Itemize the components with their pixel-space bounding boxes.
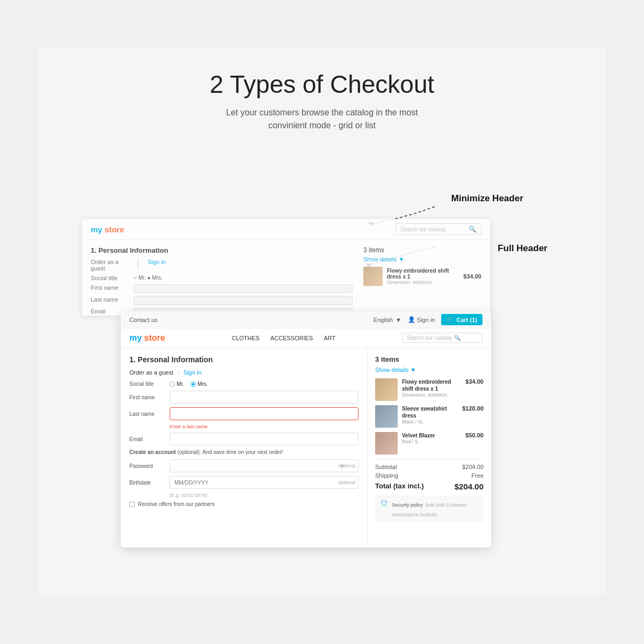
behind-left: 1. Personal Information Order as a guest… bbox=[91, 246, 353, 316]
guest-bar: Order as a guest | Sign in bbox=[129, 369, 358, 376]
email-input[interactable] bbox=[170, 433, 358, 445]
nav-link-clothes[interactable]: CLOTHES bbox=[232, 335, 260, 341]
order-summary: 3 items Show details ▼ Flowy embroidered… bbox=[368, 348, 491, 546]
cart-button[interactable]: 🛒 Cart (1) bbox=[441, 314, 482, 325]
behind-right: 3 items Show details ▼ Flowy embroidered… bbox=[363, 246, 481, 316]
shield-icon: 🛡 bbox=[380, 499, 388, 508]
outer-container: 2 Types of Checkout Let your customers b… bbox=[38, 48, 606, 596]
order-item-2: Sleeve sweatshirt dress Black / XL $120.… bbox=[375, 405, 484, 428]
last-name-row: Last name bbox=[129, 407, 358, 420]
last-name-input[interactable] bbox=[170, 407, 358, 420]
birthdate-input[interactable] bbox=[170, 476, 358, 489]
password-input[interactable] bbox=[170, 459, 358, 472]
product-img-2 bbox=[375, 405, 398, 428]
birthdate-row: Birthdate optional bbox=[129, 476, 358, 489]
full-header-section: Contact us English ▼ 👤 Sign in 🛒 Cart (1… bbox=[121, 311, 491, 348]
show-details-link[interactable]: Show details ▼ bbox=[375, 367, 484, 373]
last-name-error: Enter a last name. bbox=[170, 424, 358, 429]
email-row: Email bbox=[129, 433, 358, 445]
sign-in-link[interactable]: 👤 Sign in bbox=[408, 316, 435, 323]
social-title-row: Social title Mr. Mrs. bbox=[129, 381, 358, 387]
summary-divider bbox=[375, 459, 484, 459]
nav-logo: my store bbox=[129, 333, 165, 343]
social-title-radio: Mr. Mrs. bbox=[170, 381, 208, 387]
offers-checkbox-row: Receive offers from our partners bbox=[129, 501, 358, 507]
password-optional: optional bbox=[338, 463, 355, 469]
nav-link-accessories[interactable]: ACCESSORIES bbox=[270, 335, 313, 341]
full-header-card: Contact us English ▼ 👤 Sign in 🛒 Cart (1… bbox=[121, 311, 491, 547]
behind-product-item: Flowy embroidered shift dress x 1 Dimens… bbox=[363, 267, 481, 286]
nav-link-art[interactable]: ART bbox=[324, 335, 335, 341]
offers-checkbox[interactable] bbox=[129, 502, 135, 507]
create-account-note: Create an account (optional). And save t… bbox=[129, 449, 358, 455]
sign-in-checkout[interactable]: Sign in bbox=[184, 369, 202, 376]
behind-section-title: 1. Personal Information bbox=[91, 246, 353, 254]
nav-search[interactable]: Search our catalog 🔍 bbox=[402, 333, 482, 343]
contact-us-text: Contact us bbox=[129, 317, 158, 323]
page-title: 2 Types of Checkout bbox=[210, 70, 435, 99]
minimize-header-bar: my store Search our catalog 🔍 bbox=[82, 219, 490, 240]
contact-bar: Contact us English ▼ 👤 Sign in 🛒 Cart (1… bbox=[121, 311, 491, 328]
shipping-row: Shipping Free bbox=[375, 472, 484, 479]
full-header-label: Full Header bbox=[497, 243, 547, 254]
behind-show-details[interactable]: Show details ▼ bbox=[363, 256, 481, 262]
first-name-row: First name bbox=[129, 391, 358, 404]
behind-logo: my store bbox=[91, 225, 125, 234]
items-count: 3 items bbox=[375, 355, 484, 363]
product-img-3 bbox=[375, 432, 398, 455]
behind-items-count: 3 items bbox=[363, 246, 481, 254]
behind-product-info: Flowy embroidered shift dress x 1 Dimens… bbox=[387, 268, 459, 285]
language-selector[interactable]: English ▼ bbox=[372, 317, 401, 323]
total-row: Total (tax incl.) $204.00 bbox=[375, 482, 484, 491]
minimize-header-card: my store Search our catalog 🔍 1. Persona… bbox=[82, 219, 490, 316]
subtotal-row: Subtotal $204.00 bbox=[375, 464, 484, 470]
order-item-3: Velvet Blazer Red / S $50.00 bbox=[375, 432, 484, 455]
behind-card-body: 1. Personal Information Order as a guest… bbox=[82, 240, 490, 316]
card-front-body: 1. Personal Information Order as a guest… bbox=[121, 348, 491, 546]
behind-social-row: Social title ○ Mr. ● Mrs. bbox=[91, 275, 353, 281]
order-item-1: Flowy embroidered shift dress x 1 Dimens… bbox=[375, 378, 484, 401]
mr-radio[interactable]: Mr. bbox=[170, 381, 184, 387]
search-icon: 🔍 bbox=[454, 335, 460, 341]
minimize-header-label: Minimize Header bbox=[451, 193, 523, 204]
nav-links: CLOTHES ACCESSORIES ART bbox=[232, 335, 335, 341]
behind-search[interactable]: Search our catalog 🔍 bbox=[396, 223, 481, 235]
nav-bar: my store CLOTHES ACCESSORIES ART Search … bbox=[121, 328, 491, 347]
page-subtitle: Let your customers browse the catalog in… bbox=[226, 106, 418, 132]
mrs-radio[interactable]: Mrs. bbox=[191, 381, 208, 387]
first-name-input[interactable] bbox=[170, 391, 358, 404]
checkout-section-title: 1. Personal Information bbox=[129, 355, 358, 364]
behind-product-img bbox=[363, 267, 383, 286]
birthdate-optional: optional bbox=[338, 480, 355, 485]
birthdate-hint: (E.g: 05/31/1970) bbox=[170, 493, 358, 498]
product-img-1 bbox=[375, 378, 398, 401]
checkout-form: 1. Personal Information Order as a guest… bbox=[121, 348, 368, 546]
behind-guest-row: Order as a guest | Sign in bbox=[91, 259, 353, 272]
contact-bar-right: English ▼ 👤 Sign in 🛒 Cart (1) bbox=[372, 314, 482, 325]
password-row: Password 👁 optional bbox=[129, 459, 358, 472]
security-policy-box: 🛡 Security policy (edit with Customer re… bbox=[375, 495, 484, 522]
